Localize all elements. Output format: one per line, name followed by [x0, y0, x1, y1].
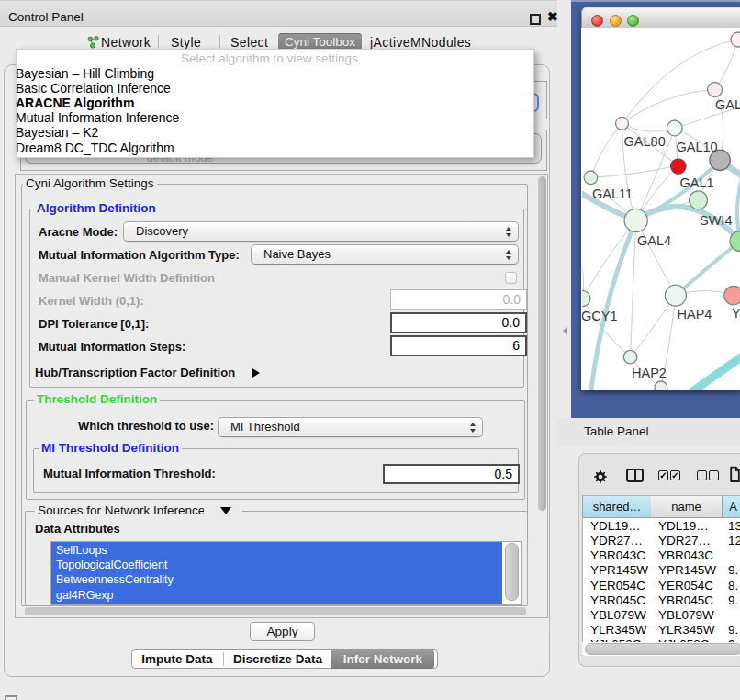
- svg-text:GAL80: GAL80: [624, 134, 666, 149]
- svg-text:HAP2: HAP2: [632, 366, 667, 380]
- svg-text:GCY1: GCY1: [582, 309, 618, 323]
- svg-text:GAL7: GAL7: [715, 97, 740, 112]
- svg-text:Y: Y: [732, 306, 740, 321]
- svg-text:GAL11: GAL11: [592, 186, 633, 201]
- svg-text:SWI4: SWI4: [700, 213, 732, 228]
- svg-text:HAP4: HAP4: [678, 307, 712, 322]
- svg-text:GAL1: GAL1: [680, 175, 714, 190]
- svg-text:GAL4: GAL4: [637, 233, 671, 248]
- svg-text:GAL10: GAL10: [677, 140, 718, 154]
